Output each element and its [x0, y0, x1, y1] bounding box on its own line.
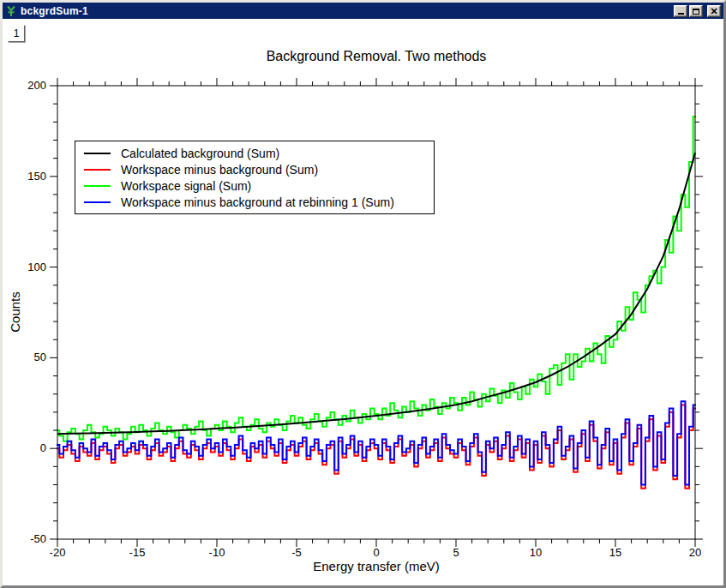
x-tick-label: 20 — [689, 546, 701, 559]
legend-item: Workspace signal (Sum) — [84, 177, 434, 194]
minimize-icon — [678, 13, 684, 15]
legend-label: Calculated background (Sum) — [121, 147, 279, 160]
legend-item: Workspace minus background (Sum) — [84, 161, 434, 177]
close-icon: ✕ — [710, 7, 717, 15]
legend-item: Workspace minus background at rebinning … — [84, 194, 434, 210]
legend-item: Calculated background (Sum) — [84, 145, 434, 161]
x-tick-label: 10 — [530, 546, 542, 559]
y-tick-label: 150 — [27, 170, 46, 183]
x-tick-label: 15 — [609, 546, 621, 559]
close-button[interactable]: ✕ — [707, 5, 721, 17]
x-tick-label: 5 — [453, 546, 459, 559]
legend-label: Workspace minus background (Sum) — [121, 163, 318, 177]
x-tick-label: -10 — [209, 546, 225, 559]
legend-label: Workspace minus background at rebinning … — [121, 195, 394, 209]
y-tick-label: -50 — [30, 532, 46, 545]
maximize-button[interactable] — [689, 5, 703, 17]
y-axis-label: Counts — [8, 291, 22, 333]
maximize-icon — [693, 9, 699, 15]
legend-box[interactable]: Calculated background (Sum)Workspace min… — [75, 141, 435, 214]
plot-window: Background Removal. Two methods Energy t… — [0, 0, 726, 588]
minimize-button[interactable] — [674, 5, 687, 17]
chart-title: Background Removal. Two methods — [267, 49, 487, 63]
mantid-icon — [5, 5, 17, 17]
x-tick-label: 0 — [373, 546, 379, 559]
legend-line-sample — [84, 169, 111, 171]
x-tick-label: -5 — [291, 546, 302, 559]
titlebar[interactable]: bckgrdSum-1 ✕ — [3, 3, 723, 19]
y-tick-label: 0 — [40, 441, 46, 454]
x-tick-label: -15 — [129, 546, 146, 559]
y-tick-label: 50 — [34, 351, 46, 363]
x-tick-label: -20 — [50, 546, 66, 559]
layer-button[interactable]: 1 — [8, 25, 25, 42]
y-tick-label: 100 — [27, 261, 46, 273]
legend-line-sample — [84, 153, 111, 154]
legend-line-sample — [84, 185, 111, 187]
x-axis-label: Energy transfer (meV) — [313, 559, 440, 573]
y-tick-label: 200 — [27, 79, 46, 92]
plot-canvas[interactable]: Background Removal. Two methods Energy t… — [3, 3, 726, 588]
legend-line-sample — [84, 201, 111, 203]
window-title: bckgrdSum-1 — [21, 5, 674, 17]
legend-label: Workspace signal (Sum) — [121, 179, 251, 193]
